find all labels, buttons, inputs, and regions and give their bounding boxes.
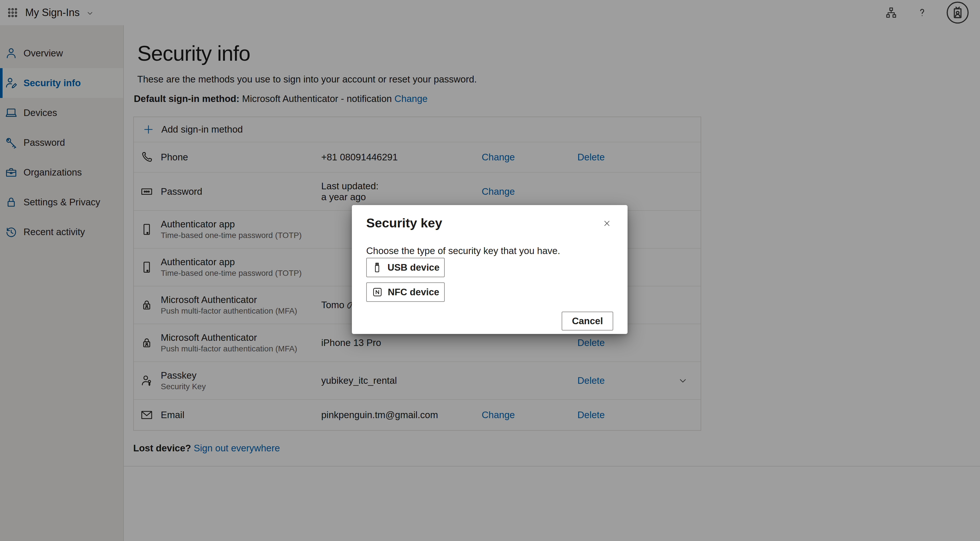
security-key-dialog: Security key Choose the type of security…	[352, 205, 628, 334]
key-button-label: USB device	[387, 262, 439, 273]
dialog-close-button[interactable]	[601, 217, 613, 230]
cancel-button[interactable]: Cancel	[562, 312, 613, 330]
key-button-label: NFC device	[388, 287, 439, 298]
key-type-buttons: USB deviceNFC device	[366, 258, 613, 302]
close-icon	[602, 219, 612, 228]
dialog-title: Security key	[366, 215, 442, 232]
dialog-header: Security key	[366, 215, 613, 232]
nfc-icon	[372, 286, 383, 298]
usb-device-button[interactable]: USB device	[366, 258, 445, 277]
dialog-actions: Cancel	[366, 312, 613, 330]
usb-icon	[371, 262, 383, 273]
nfc-device-button[interactable]: NFC device	[366, 282, 445, 302]
dialog-description: Choose the type of security key that you…	[366, 246, 613, 256]
